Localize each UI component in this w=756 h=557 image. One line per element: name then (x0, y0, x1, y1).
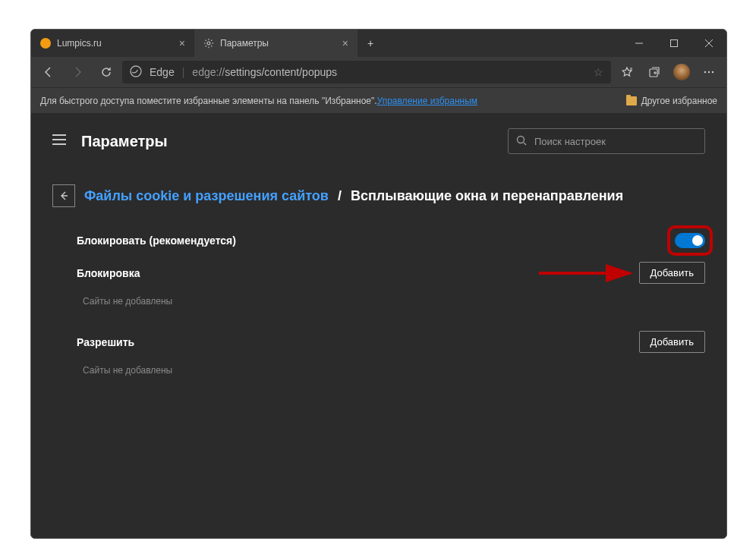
window-controls (622, 30, 726, 57)
new-tab-button[interactable]: + (358, 30, 383, 57)
tab-title: Lumpics.ru (57, 38, 102, 49)
close-window-button[interactable] (691, 30, 726, 57)
profile-avatar[interactable] (669, 60, 695, 84)
svg-point-0 (207, 42, 210, 45)
add-block-button[interactable]: Добавить (639, 262, 705, 284)
tab-title: Параметры (220, 38, 269, 49)
svg-line-16 (524, 143, 526, 145)
block-empty-text: Сайты не добавлены (52, 288, 705, 320)
folder-icon (626, 96, 637, 105)
block-toggle-wrap (675, 233, 705, 248)
breadcrumb-back-button[interactable] (52, 184, 75, 207)
page-header: Параметры Поиск настроек (52, 128, 705, 154)
svg-point-5 (131, 66, 141, 77)
other-favorites-label: Другое избранное (641, 96, 717, 106)
close-tab-icon[interactable]: × (342, 37, 348, 49)
tab-settings[interactable]: Параметры × (194, 30, 358, 57)
add-allow-button[interactable]: Добавить (639, 331, 705, 353)
forward-button[interactable] (65, 60, 90, 84)
svg-rect-2 (671, 40, 678, 47)
hamburger-icon[interactable] (52, 134, 66, 148)
allow-empty-text: Сайты не добавлены (52, 357, 705, 389)
favorites-icon[interactable] (614, 60, 640, 84)
favorites-bar: Для быстрого доступа поместите избранные… (31, 87, 726, 113)
maximize-button[interactable] (657, 30, 691, 57)
address-bar[interactable]: Edge | edge://settings/content/popups ☆ (122, 61, 611, 83)
block-section-row: Блокировка Добавить (52, 251, 705, 288)
breadcrumb-parent-link[interactable]: Файлы cookie и разрешения сайтов (84, 188, 329, 204)
favicon-icon (40, 38, 51, 49)
other-favorites[interactable]: Другое избранное (626, 96, 717, 106)
minimize-button[interactable] (622, 30, 657, 57)
favorite-star-icon[interactable]: ☆ (594, 66, 603, 78)
close-tab-icon[interactable]: × (179, 37, 185, 49)
toolbar: Edge | edge://settings/content/popups ☆ (31, 57, 726, 87)
block-toggle-row: Блокировать (рекомендуется) (52, 230, 705, 251)
svg-point-9 (704, 71, 706, 73)
edge-label: Edge (150, 66, 175, 78)
manage-favorites-link[interactable]: Управление избранным (377, 96, 477, 106)
url-text: edge://settings/content/popups (192, 66, 337, 78)
breadcrumb-separator: / (338, 188, 342, 204)
block-toggle-label: Блокировать (рекомендуется) (77, 234, 236, 247)
svg-point-10 (708, 71, 710, 73)
edge-logo-icon (130, 65, 142, 80)
svg-point-11 (712, 71, 713, 73)
breadcrumb-current: Всплывающие окна и перенаправления (351, 188, 623, 204)
collections-icon[interactable] (641, 60, 667, 84)
search-settings-input[interactable]: Поиск настроек (508, 128, 705, 154)
gear-icon (203, 38, 214, 49)
refresh-button[interactable] (93, 60, 119, 84)
more-menu-icon[interactable] (696, 60, 722, 84)
favorites-hint: Для быстрого доступа поместите избранные… (40, 96, 377, 106)
separator: | (182, 66, 185, 78)
breadcrumb: Файлы cookie и разрешения сайтов / Всплы… (52, 184, 705, 207)
back-button[interactable] (36, 60, 61, 84)
search-placeholder: Поиск настроек (534, 136, 606, 147)
allow-section-label: Разрешить (77, 336, 134, 348)
svg-point-15 (518, 136, 524, 143)
title-bar: Lumpics.ru × Параметры × + (31, 30, 726, 57)
block-toggle[interactable] (675, 233, 705, 248)
allow-section-row: Разрешить Добавить (52, 320, 705, 357)
browser-window: Lumpics.ru × Параметры × + Edge | edge:/… (30, 29, 727, 539)
tab-lumpics[interactable]: Lumpics.ru × (31, 30, 194, 57)
settings-content: Параметры Поиск настроек Файлы cookie и … (31, 113, 726, 538)
block-section-label: Блокировка (77, 267, 140, 279)
toolbar-right (614, 60, 722, 84)
page-title: Параметры (81, 133, 168, 150)
search-icon (516, 135, 527, 148)
